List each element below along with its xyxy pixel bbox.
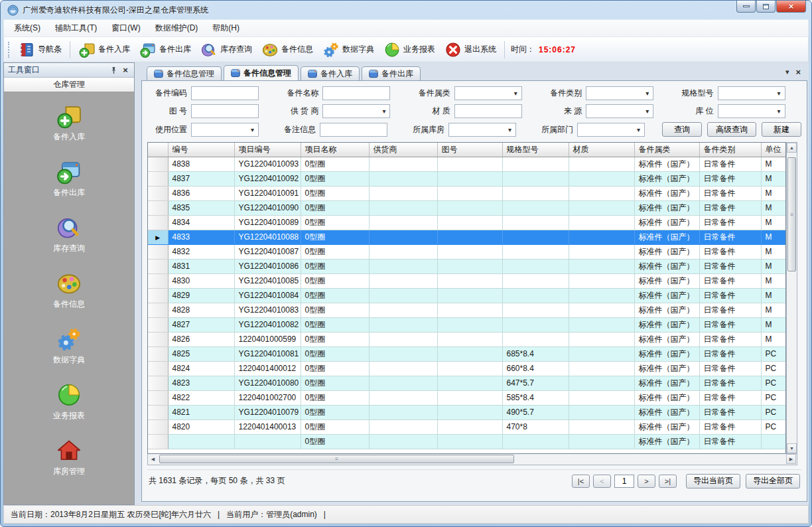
table-cell[interactable] [569,332,634,346]
table-cell[interactable]: YG12204010082 [234,317,301,332]
table-cell[interactable]: 日常备件 [699,434,761,449]
table-cell[interactable]: 标准件（国产） [634,390,699,405]
table-cell[interactable]: 4828 [168,303,234,317]
table-cell[interactable]: 标准件（国产） [634,376,699,390]
table-cell[interactable]: 日常备件 [699,200,761,215]
part-name-input[interactable] [322,86,390,100]
row-selector-cell[interactable] [148,434,168,449]
table-cell[interactable]: 0型圈 [301,259,369,273]
table-cell[interactable] [369,157,437,171]
column-header[interactable]: 项目编号 [234,143,301,157]
table-cell[interactable]: M [761,288,786,303]
table-cell[interactable]: 0型圈 [301,434,369,449]
table-cell[interactable]: 0型圈 [301,244,369,259]
menu-aux-tools[interactable]: 辅助工具(T) [48,20,104,37]
table-cell[interactable]: 日常备件 [699,259,761,273]
table-cell[interactable]: 0型圈 [301,215,369,230]
sidebar-item-parts-in[interactable]: 备件入库 [4,103,134,143]
column-header[interactable]: 图号 [437,143,502,157]
table-cell[interactable]: YG12204010092 [234,171,301,186]
table-cell[interactable]: 1220401000599 [234,332,301,346]
table-cell[interactable] [502,171,569,186]
parts-in-button[interactable]: 备件入库 [74,39,135,60]
table-cell[interactable]: 4825 [168,346,234,361]
warehouse-select[interactable] [448,123,516,137]
column-header[interactable]: 供货商 [369,143,437,157]
export-all-pages-button[interactable]: 导出全部页 [746,474,800,489]
table-cell[interactable]: 685*8.4 [502,346,569,361]
table-cell[interactable]: 标准件（国产） [634,171,699,186]
table-row[interactable]: 4835YG122040100900型圈标准件（国产）日常备件M [148,200,786,215]
row-selector-cell[interactable] [148,361,168,376]
table-cell[interactable] [437,259,502,273]
row-selector-header[interactable] [148,143,168,157]
sidebar-item-report[interactable]: 业务报表 [4,382,134,421]
table-cell[interactable] [437,244,502,259]
table-row[interactable]: 4829YG122040100840型圈标准件（国产）日常备件M [148,288,786,303]
tab-parts-info-mgmt-1[interactable]: 备件信息管理 [147,66,222,80]
table-cell[interactable]: YG12204010087 [234,244,301,259]
table-cell[interactable] [502,200,569,215]
column-header[interactable]: 备件属类 [634,143,699,157]
material-input[interactable] [454,104,522,118]
table-row[interactable]: 4834YG122040100890型圈标准件（国产）日常备件M [148,215,786,230]
vertical-scrollbar[interactable] [786,142,797,454]
scroll-right-icon[interactable] [786,454,796,464]
table-cell[interactable] [437,303,502,317]
table-cell[interactable]: 日常备件 [699,186,761,200]
table-cell[interactable] [569,244,634,259]
table-cell[interactable]: M [761,317,786,332]
horizontal-scrollbar[interactable] [147,454,797,465]
table-cell[interactable]: 4836 [168,186,234,200]
row-selector-cell[interactable] [148,200,168,215]
table-cell[interactable]: 标准件（国产） [634,157,699,171]
table-cell[interactable] [369,346,437,361]
table-cell[interactable] [502,434,569,449]
row-selector-cell[interactable] [148,186,168,200]
table-row[interactable]: 4838YG122040100930型圈标准件（国产）日常备件M [148,157,786,171]
table-cell[interactable]: 标准件（国产） [634,303,699,317]
table-row[interactable]: ▶4833YG122040100880型圈标准件（国产）日常备件M [148,230,786,244]
row-selector-cell[interactable] [148,259,168,273]
table-cell[interactable] [369,288,437,303]
menu-system[interactable]: 系统(S) [7,20,48,37]
table-cell[interactable]: 标准件（国产） [634,317,699,332]
table-cell[interactable]: 0型圈 [301,361,369,376]
menu-data-maintain[interactable]: 数据维护(D) [148,20,206,37]
table-cell[interactable]: 日常备件 [699,244,761,259]
close-button[interactable] [776,1,806,13]
report-button[interactable]: 业务报表 [379,39,440,60]
vscroll-thumb[interactable] [787,157,796,271]
table-cell[interactable]: 标准件（国产） [634,332,699,346]
table-cell[interactable]: 日常备件 [699,230,761,244]
table-cell[interactable]: 1220401002700 [234,390,301,405]
table-cell[interactable]: M [761,171,786,186]
table-cell[interactable] [569,157,634,171]
table-cell[interactable]: 4820 [168,419,234,434]
table-cell[interactable] [437,434,502,449]
table-cell[interactable]: 0型圈 [301,332,369,346]
table-cell[interactable] [569,215,634,230]
table-cell[interactable]: M [761,273,786,288]
table-cell[interactable]: 标准件（国产） [634,200,699,215]
table-cell[interactable] [369,390,437,405]
column-header[interactable]: 规格型号 [502,143,569,157]
bin-location-select[interactable] [718,104,785,118]
part-code-input[interactable] [191,86,259,100]
table-cell[interactable]: 0型圈 [301,230,369,244]
table-cell[interactable]: 0型圈 [301,317,369,332]
row-selector-cell[interactable] [148,346,168,361]
table-cell[interactable] [502,244,569,259]
table-cell[interactable]: 4826 [168,332,234,346]
table-cell[interactable] [369,361,437,376]
table-cell[interactable] [569,230,634,244]
table-cell[interactable] [502,317,569,332]
table-cell[interactable]: 日常备件 [699,288,761,303]
table-cell[interactable]: 0型圈 [301,346,369,361]
table-row-partial[interactable]: 0型圈标准件（国产）日常备件 [148,434,786,449]
last-page-button[interactable]: >| [659,475,677,488]
table-cell[interactable] [502,288,569,303]
table-cell[interactable]: YG12204010085 [234,273,301,288]
table-cell[interactable] [569,186,634,200]
pin-icon[interactable] [109,66,118,75]
